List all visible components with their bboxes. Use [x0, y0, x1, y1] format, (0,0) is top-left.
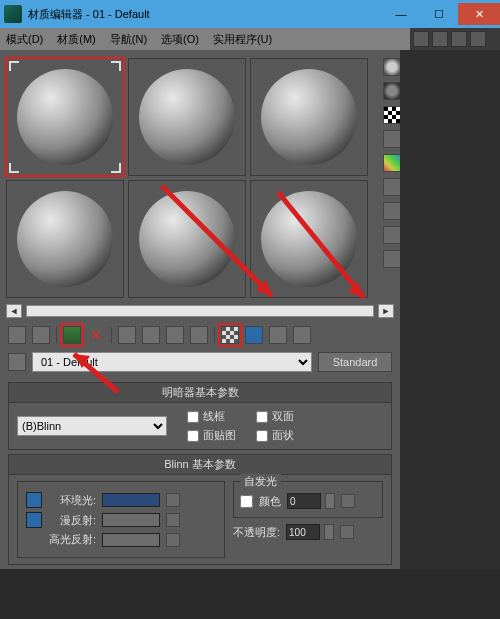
- make-preview-icon[interactable]: [383, 178, 401, 196]
- rollout-header[interactable]: 明暗器基本参数: [9, 383, 391, 403]
- scroll-left-button[interactable]: ◄: [6, 304, 22, 318]
- toolbar-separator: [214, 327, 215, 343]
- self-illum-group: 自发光 颜色: [233, 481, 383, 518]
- shader-type-dropdown[interactable]: (B)Blinn: [17, 416, 167, 436]
- ambient-lock-toggle[interactable]: [166, 493, 180, 507]
- faceted-checkbox[interactable]: 面状: [256, 428, 294, 443]
- spinner-arrows[interactable]: [325, 493, 335, 509]
- toolbar-separator: [56, 327, 57, 343]
- sample-slot-4[interactable]: [6, 180, 124, 298]
- host-window-toolbar: [410, 28, 500, 50]
- close-button[interactable]: ✕: [458, 3, 500, 25]
- minimize-button[interactable]: —: [382, 3, 420, 25]
- title-bar: 材质编辑器 - 01 - Default — ☐ ✕: [0, 0, 500, 28]
- opacity-spinner[interactable]: [286, 524, 320, 540]
- self-illum-group-label: 自发光: [240, 474, 281, 489]
- rollout-header[interactable]: Blinn 基本参数: [9, 455, 391, 475]
- maximize-button[interactable]: ☐: [420, 3, 458, 25]
- sample-side-toolbar: [382, 58, 402, 268]
- options-icon[interactable]: [383, 202, 401, 220]
- face-map-label: 面贴图: [203, 428, 236, 443]
- sample-slot-3[interactable]: [250, 58, 368, 176]
- faceted-label: 面状: [272, 428, 294, 443]
- assign-to-selection-icon[interactable]: [63, 326, 81, 344]
- menu-material[interactable]: 材质(M): [57, 32, 96, 47]
- pick-material-icon[interactable]: [8, 353, 26, 371]
- material-type-button[interactable]: Standard: [318, 352, 392, 372]
- self-illum-color-label: 颜色: [259, 494, 281, 509]
- host-tool-icon[interactable]: [432, 31, 448, 47]
- scroll-right-button[interactable]: ►: [378, 304, 394, 318]
- make-unique-icon[interactable]: [142, 326, 160, 344]
- rollout-shader-basic: 明暗器基本参数 (B)Blinn 线框 双面 面贴图 面状: [8, 382, 392, 450]
- background-icon[interactable]: [383, 106, 401, 124]
- put-to-scene-icon[interactable]: [32, 326, 50, 344]
- menu-navigate[interactable]: 导航(N): [110, 32, 147, 47]
- ambient-color-swatch[interactable]: [102, 493, 160, 507]
- selection-corner-icon: [111, 61, 121, 71]
- menu-options[interactable]: 选项(O): [161, 32, 199, 47]
- backlight-icon[interactable]: [383, 82, 401, 100]
- mtl-map-nav-icon[interactable]: [383, 250, 401, 268]
- host-tool-icon[interactable]: [470, 31, 486, 47]
- scroll-track[interactable]: [26, 305, 374, 317]
- wire-checkbox[interactable]: 线框: [187, 409, 236, 424]
- wire-label: 线框: [203, 409, 225, 424]
- two-sided-label: 双面: [272, 409, 294, 424]
- sample-slot-5[interactable]: [128, 180, 246, 298]
- show-map-icon[interactable]: [221, 326, 239, 344]
- specular-label: 高光反射:: [48, 532, 96, 547]
- self-illum-color-checkbox[interactable]: [240, 495, 253, 508]
- reset-icon[interactable]: ✕: [87, 326, 105, 344]
- material-name-dropdown[interactable]: 01 - Default: [32, 352, 312, 372]
- sample-slot-1[interactable]: [6, 58, 124, 176]
- toolbar-separator: [111, 327, 112, 343]
- menu-utilities[interactable]: 实用程序(U): [213, 32, 272, 47]
- host-tool-icon[interactable]: [413, 31, 429, 47]
- host-tool-icon[interactable]: [451, 31, 467, 47]
- material-preview-sphere: [139, 69, 235, 165]
- video-check-icon[interactable]: [383, 154, 401, 172]
- sample-slot-grid: [0, 50, 400, 302]
- rollout-blinn-basic: Blinn 基本参数 环境光: 漫反射:: [8, 454, 392, 565]
- ambient-lock-icon[interactable]: [26, 492, 42, 508]
- material-preview-sphere: [139, 191, 235, 287]
- material-toolbar: ✕: [0, 320, 400, 350]
- material-name-row: 01 - Default Standard: [0, 350, 400, 378]
- select-by-icon[interactable]: [383, 226, 401, 244]
- spinner-arrows[interactable]: [324, 524, 334, 540]
- show-end-icon[interactable]: [245, 326, 263, 344]
- two-sided-checkbox[interactable]: 双面: [256, 409, 294, 424]
- material-preview-sphere: [261, 69, 357, 165]
- opacity-map-button[interactable]: [340, 525, 354, 539]
- sample-type-icon[interactable]: [383, 58, 401, 76]
- material-preview-sphere: [17, 191, 113, 287]
- sample-slot-6[interactable]: [250, 180, 368, 298]
- diffuse-map-button[interactable]: [166, 513, 180, 527]
- specular-color-swatch[interactable]: [102, 533, 160, 547]
- sample-slot-2[interactable]: [128, 58, 246, 176]
- diffuse-color-swatch[interactable]: [102, 513, 160, 527]
- opacity-label: 不透明度:: [233, 525, 280, 540]
- get-material-icon[interactable]: [8, 326, 26, 344]
- specular-map-button[interactable]: [166, 533, 180, 547]
- put-to-lib-icon[interactable]: [166, 326, 184, 344]
- face-map-checkbox[interactable]: 面贴图: [187, 428, 236, 443]
- ambient-label: 环境光:: [48, 493, 96, 508]
- app-icon: [4, 5, 22, 23]
- mtl-id-icon[interactable]: [190, 326, 208, 344]
- sample-uv-icon[interactable]: [383, 130, 401, 148]
- diffuse-lock-icon[interactable]: [26, 512, 42, 528]
- make-copy-icon[interactable]: [118, 326, 136, 344]
- material-preview-sphere: [261, 191, 357, 287]
- window-title: 材质编辑器 - 01 - Default: [28, 7, 382, 22]
- self-illum-spinner[interactable]: [287, 493, 321, 509]
- menu-mode[interactable]: 模式(D): [6, 32, 43, 47]
- color-swatches-group: 环境光: 漫反射: 高光反射:: [17, 481, 225, 558]
- go-forward-icon[interactable]: [293, 326, 311, 344]
- selection-corner-icon: [9, 163, 19, 173]
- selection-corner-icon: [9, 61, 19, 71]
- go-parent-icon[interactable]: [269, 326, 287, 344]
- material-preview-sphere: [17, 69, 113, 165]
- self-illum-map-button[interactable]: [341, 494, 355, 508]
